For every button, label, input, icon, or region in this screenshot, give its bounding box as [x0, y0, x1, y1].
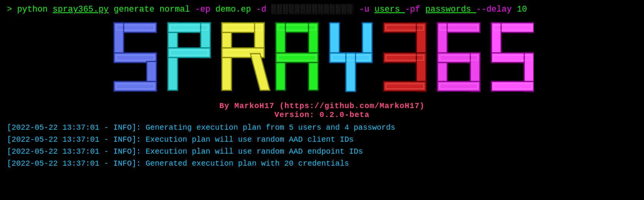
cmd-val-passwords: passwords	[425, 5, 476, 14]
cmd-flag-pf: -pf	[405, 5, 420, 14]
prompt-symbol: >	[7, 5, 12, 14]
cmd-val-ep: demo.ep	[215, 5, 256, 14]
cmd-val-domain: ░░░░░░░░░░░░░░	[272, 5, 359, 14]
cmd-python: python	[17, 5, 52, 14]
logo-container	[7, 19, 637, 100]
letter-r	[222, 23, 270, 90]
log-section: [2022-05-22 13:37:01 - INFO]: Generating…	[7, 122, 637, 169]
log-line-3: [2022-05-22 13:37:01 - INFO]: Execution …	[7, 146, 637, 158]
svg-rect-88	[491, 81, 534, 91]
svg-rect-82	[491, 23, 501, 54]
svg-rect-31	[250, 54, 270, 90]
letter-s	[114, 23, 156, 91]
cmd-flag-delay: --delay	[476, 5, 512, 14]
letter-5	[491, 23, 534, 92]
command-line: > python spray365.py generate normal -ep…	[7, 4, 637, 16]
attribution: By MarkoH17 (https://github.com/MarkoH17…	[7, 102, 637, 119]
cmd-val-users: users	[374, 5, 405, 14]
log-line-1: [2022-05-22 13:37:01 - INFO]: Generating…	[7, 122, 637, 134]
attribution-line1: By MarkoH17 (https://github.com/MarkoH17…	[7, 102, 637, 110]
cmd-flag-ep: -ep	[195, 5, 211, 14]
attribution-line2: Version: 0.2.0-beta	[7, 110, 637, 119]
cmd-flag-u: -u	[359, 5, 369, 14]
letter-a	[276, 23, 318, 90]
svg-rect-2	[114, 23, 124, 54]
svg-rect-8	[114, 81, 156, 91]
svg-rect-19	[168, 48, 210, 58]
logo-svg	[110, 19, 534, 100]
letter-y	[330, 23, 372, 92]
svg-rect-75	[438, 81, 480, 91]
svg-rect-51	[346, 53, 356, 92]
svg-rect-62	[384, 81, 426, 91]
svg-rect-41	[276, 53, 318, 63]
cmd-val-delay: 10	[517, 5, 527, 14]
letter-3	[384, 23, 426, 92]
cmd-flag-d: -d	[256, 5, 266, 14]
terminal-window: > python spray365.py generate normal -ep…	[0, 0, 644, 200]
log-line-4: [2022-05-22 13:37:01 - INFO]: Generated …	[7, 158, 637, 169]
letter-6	[438, 23, 480, 92]
cmd-generate: generate normal	[114, 5, 195, 14]
letter-p	[168, 23, 210, 90]
cmd-script: spray365.py	[53, 5, 109, 14]
log-line-2: [2022-05-22 13:37:01 - INFO]: Execution …	[7, 134, 637, 146]
